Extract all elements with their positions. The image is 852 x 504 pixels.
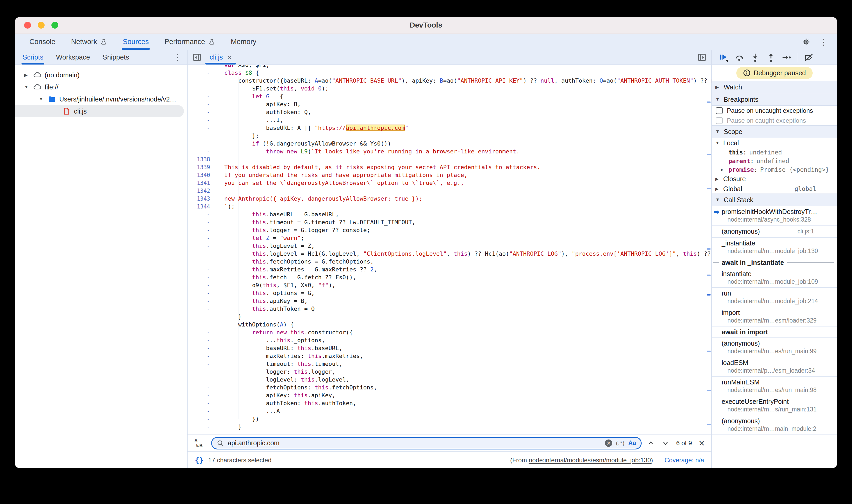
- line-number-gutter[interactable]: [188, 65, 217, 69]
- tab-network[interactable]: Network: [63, 34, 115, 50]
- tab-console[interactable]: Console: [21, 34, 63, 50]
- line-number-gutter[interactable]: -: [188, 392, 217, 399]
- section-watch[interactable]: ▶Watch: [712, 81, 837, 93]
- tree-item-file-[interactable]: ▼file://: [15, 81, 187, 93]
- line-number-gutter[interactable]: -: [188, 415, 217, 423]
- line-number-gutter[interactable]: -: [188, 305, 217, 313]
- line-number-gutter[interactable]: -: [188, 218, 217, 226]
- line-number-gutter[interactable]: -: [188, 281, 217, 289]
- scrollbar-match-tick[interactable]: [707, 154, 711, 155]
- line-number-gutter[interactable]: -: [188, 368, 217, 376]
- call-stack-frame[interactable]: importnode:internal/m…esm/loader:329: [712, 307, 837, 326]
- call-stack-frame[interactable]: (anonymous)node:internal/m…main_module:2: [712, 415, 837, 435]
- line-number-gutter[interactable]: -: [188, 399, 217, 407]
- section-call-stack[interactable]: ▼Call Stack: [712, 194, 837, 206]
- disclosure-arrow-icon[interactable]: ▼: [24, 85, 33, 90]
- code-editor[interactable]: var Xs0, $F1;-class $8 {- constructor({b…: [188, 65, 711, 434]
- line-number-gutter[interactable]: -: [188, 376, 217, 384]
- from-source-link[interactable]: (From node:internal/modules/esm/module_j…: [510, 456, 653, 464]
- close-window-button[interactable]: [24, 22, 31, 29]
- call-stack-frame[interactable]: instantiatenode:internal/m…module_job:10…: [712, 268, 837, 288]
- line-number-gutter[interactable]: 1341: [188, 179, 217, 187]
- replace-toggle-icon[interactable]: A ↳B: [194, 438, 206, 448]
- line-number-gutter[interactable]: -: [188, 313, 217, 321]
- pretty-print-icon[interactable]: {}: [195, 456, 203, 464]
- line-number-gutter[interactable]: -: [188, 101, 217, 108]
- line-number-gutter[interactable]: -: [188, 360, 217, 368]
- navigator-kebab-icon[interactable]: ⋮: [174, 53, 181, 62]
- regex-toggle[interactable]: (.*): [616, 440, 625, 447]
- line-number-gutter[interactable]: -: [188, 258, 217, 266]
- line-number-gutter[interactable]: -: [188, 116, 217, 124]
- line-number-gutter[interactable]: -: [188, 423, 217, 431]
- line-number-gutter[interactable]: 1338: [188, 156, 217, 163]
- line-number-gutter[interactable]: -: [188, 140, 217, 148]
- scope-var-parent[interactable]: parent:undefined: [712, 157, 837, 165]
- checkbox-pause-on-uncaught-exceptions[interactable]: Pause on uncaught exceptions: [712, 106, 837, 116]
- step-into-icon[interactable]: [750, 53, 760, 62]
- line-number-gutter[interactable]: -: [188, 328, 217, 337]
- navigator-tab-snippets[interactable]: Snippets: [96, 50, 135, 65]
- previous-match-icon[interactable]: [647, 439, 655, 447]
- checkbox-pause-on-caught-exceptions[interactable]: Pause on caught exceptions: [712, 116, 837, 126]
- line-number-gutter[interactable]: -: [188, 407, 217, 415]
- call-stack-frame[interactable]: loadESMnode:internal/p…/esm_loader:34: [712, 357, 837, 377]
- scrollbar-match-tick[interactable]: [707, 424, 711, 425]
- tree-item--no-domain-[interactable]: ▶(no domain): [15, 69, 187, 81]
- line-number-gutter[interactable]: -: [188, 211, 217, 218]
- call-stack-frame[interactable]: runnode:internal/m…module_job:214: [712, 288, 837, 307]
- line-number-gutter[interactable]: -: [188, 321, 217, 328]
- step-icon[interactable]: [782, 53, 792, 62]
- line-number-gutter[interactable]: -: [188, 242, 217, 250]
- line-number-gutter[interactable]: 1344: [188, 203, 217, 211]
- navigator-tab-workspace[interactable]: Workspace: [50, 50, 96, 65]
- hide-navigator-icon[interactable]: [192, 53, 202, 62]
- scope-group-local[interactable]: ▼Local: [712, 138, 837, 148]
- call-stack-frame[interactable]: executeUserEntryPointnode:internal/m…s/r…: [712, 396, 837, 415]
- scrollbar-match-tick[interactable]: [707, 102, 711, 103]
- call-stack-frame[interactable]: _instantiatenode:internal/m…module_job:1…: [712, 238, 837, 257]
- line-number-gutter[interactable]: -: [188, 148, 217, 156]
- line-number-gutter[interactable]: -: [188, 297, 217, 305]
- call-stack-frame[interactable]: (anonymous)cli.js:1: [712, 226, 837, 238]
- line-number-gutter[interactable]: -: [188, 337, 217, 344]
- line-number-gutter[interactable]: -: [188, 352, 217, 360]
- tree-item-users-jinhuilee-nvm-versions-node-v2-[interactable]: ▼Users/jinhuilee/.nvm/versions/node/v2…: [15, 93, 187, 105]
- tab-performance[interactable]: Performance: [157, 34, 223, 50]
- search-query[interactable]: api.anthropic.com: [228, 439, 601, 447]
- line-number-gutter[interactable]: -: [188, 124, 217, 132]
- section-breakpoints[interactable]: ▼Breakpoints: [712, 93, 837, 106]
- line-number-gutter[interactable]: -: [188, 250, 217, 258]
- line-number-gutter[interactable]: -: [188, 234, 217, 242]
- hide-debugger-panel-icon[interactable]: [697, 53, 707, 62]
- resume-icon[interactable]: [719, 53, 728, 62]
- disclosure-arrow-icon[interactable]: ▼: [39, 96, 48, 102]
- match-case-toggle[interactable]: Aa: [628, 439, 636, 447]
- line-number-gutter[interactable]: -: [188, 384, 217, 392]
- disclosure-arrow-icon[interactable]: ▶: [24, 72, 33, 78]
- line-number-gutter[interactable]: -: [188, 132, 217, 140]
- checkbox-icon[interactable]: [716, 117, 723, 124]
- step-out-icon[interactable]: [766, 53, 776, 62]
- search-input[interactable]: api.anthropic.com ✕ (.*) Aa: [211, 437, 642, 449]
- scrollbar-match-tick[interactable]: [707, 248, 711, 250]
- tab-close-icon[interactable]: ×: [227, 54, 232, 61]
- more-options-kebab-icon[interactable]: ⋮: [819, 38, 828, 46]
- zoom-window-button[interactable]: [51, 22, 58, 29]
- scrollbar-match-tick[interactable]: [707, 274, 711, 276]
- line-number-gutter[interactable]: -: [188, 93, 217, 101]
- next-match-icon[interactable]: [661, 439, 670, 447]
- line-number-gutter[interactable]: -: [188, 77, 217, 85]
- line-number-gutter[interactable]: -: [188, 266, 217, 273]
- line-number-gutter[interactable]: -: [188, 289, 217, 297]
- navigator-tab-scripts[interactable]: Scripts: [16, 50, 50, 65]
- clear-search-icon[interactable]: ✕: [605, 439, 612, 447]
- scrollbar-match-tick[interactable]: [707, 350, 711, 352]
- line-number-gutter[interactable]: -: [188, 344, 217, 352]
- scope-group-global[interactable]: ▶Globalglobal: [712, 184, 837, 194]
- line-number-gutter[interactable]: -: [188, 108, 217, 116]
- tree-item-cli-js[interactable]: cli.js: [15, 105, 184, 117]
- line-number-gutter[interactable]: -: [188, 85, 217, 93]
- line-number-gutter[interactable]: 1343: [188, 195, 217, 203]
- line-number-gutter[interactable]: 1342: [188, 187, 217, 195]
